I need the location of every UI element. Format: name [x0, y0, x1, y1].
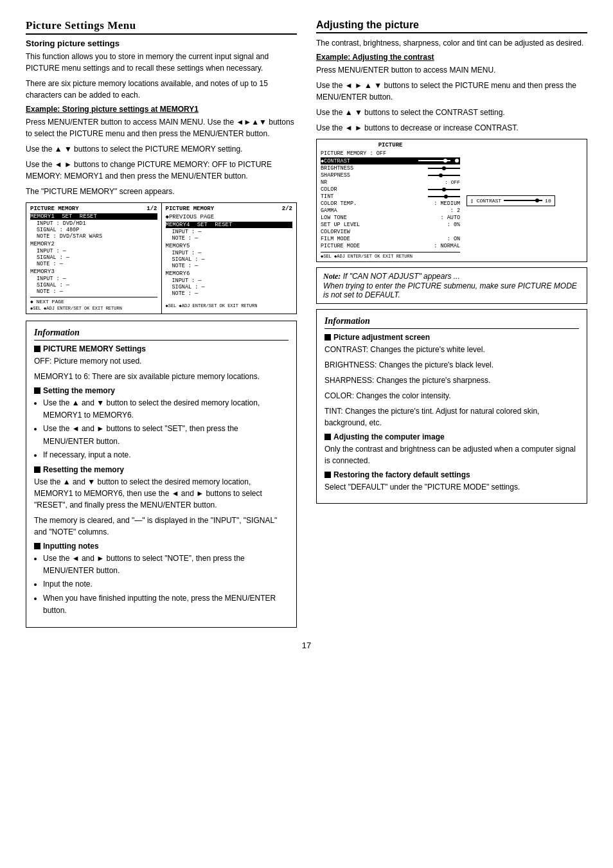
section-title: Picture Settings Menu [26, 19, 297, 35]
brightness-info: BRIGHTNESS: Changes the picture's black … [324, 359, 579, 371]
page-number: 17 [26, 641, 587, 650]
pm1-mem2-input: INPUT : — [30, 248, 157, 254]
pm2-prev: ◆PREVIOUS PAGE [166, 213, 293, 220]
setting-bullet1: Use the ▲ and ▼ button to select the des… [43, 397, 289, 421]
screen-footer: ◆SEL ◆ADJ ENTER/SET OK EXIT RETURN [321, 252, 460, 259]
svg-point-6 [439, 173, 443, 177]
info-box-left: Information PICTURE MEMORY Settings OFF:… [26, 321, 297, 628]
setting-list: Use the ▲ and ▼ button to select the des… [34, 397, 289, 461]
pm1-footer: ◆ NEXT PAGE [30, 297, 157, 305]
input-bullet2: Input the note. [43, 578, 289, 590]
pm1-page: 1/2 [147, 206, 157, 212]
contrast-row: ◆CONTRAST [321, 157, 460, 164]
picture-left: PICTURE PICTURE MEMORY : OFF ◆CONTRAST B… [321, 142, 460, 259]
example-line: Example: Storing picture settings at MEM… [26, 105, 297, 114]
adj-screen-title: Picture adjustment screen [324, 333, 579, 342]
picture-right: ‡ CONTRAST 10 [466, 142, 583, 259]
pm-half-2: PICTURE MEMORY 2/2 ◆PREVIOUS PAGE MEMORY… [162, 203, 297, 314]
right-column: Adjusting the picture The contrast, brig… [316, 19, 587, 628]
svg-point-10 [444, 195, 448, 199]
info-title-left: Information [34, 328, 289, 341]
pm2-mem4: MEMORY4 SET RESET [166, 222, 293, 228]
storing-title: Storing picture settings [26, 39, 297, 48]
note-box: Note: If "CAN NOT ADJUST" appears ... Wh… [316, 267, 587, 304]
black-square-icon7 [324, 472, 331, 478]
picture-mode-row: PICTURE MODE : NORMAL [321, 243, 460, 249]
use-arrow: Use the ◄ ► buttons to change PICTURE ME… [26, 159, 297, 182]
pm2-mem5-signal: SIGNAL : — [166, 256, 293, 263]
adj-para: The contrast, brightness, sharpness, col… [316, 37, 587, 49]
page-container: Picture Settings Menu Storing picture se… [26, 19, 587, 628]
right-press-line4: Use the ◄ ► buttons to decrease or incre… [316, 122, 587, 134]
pm1-mem3-input: INPUT : — [30, 276, 157, 282]
picture-memory-box: PICTURE MEMORY 1/2 MEMORY1 SET RESET INP… [26, 202, 297, 314]
svg-point-2 [455, 159, 459, 163]
setting-bullet3: If necessary, input a note. [43, 449, 289, 461]
setting-bullet2: Use the ◄ and ► buttons to select "SET",… [43, 423, 289, 447]
pm1-mem2: MEMORY2 [30, 241, 157, 247]
black-square-icon [34, 346, 40, 352]
low-tone-row: LOW TONE : AUTO [321, 215, 460, 221]
note-italic-text: If "CAN NOT ADJUST" appears ... [343, 272, 460, 281]
pm-memory-range: MEMORY1 to 6: There are six available pi… [34, 371, 289, 382]
black-square-icon2 [34, 387, 40, 394]
color-info: COLOR: Changes the color intensity. [324, 390, 579, 402]
pm1-title: PICTURE MEMORY [30, 206, 79, 212]
sharpness-row: SHARPNESS [321, 172, 460, 179]
picture-memory-screens: PICTURE MEMORY 1/2 MEMORY1 SET RESET INP… [26, 202, 297, 314]
right-press-line1: Press MENU/ENTER button to access MAIN M… [316, 64, 587, 76]
pm1-mem3-note: NOTE : — [30, 288, 157, 295]
gamma-row: GAMMA : 2 [321, 208, 460, 214]
right-press-line3: Use the ▲ ▼ buttons to select the CONTRA… [316, 107, 587, 118]
brightness-row: BRIGHTNESS [321, 165, 460, 172]
svg-point-8 [442, 188, 446, 191]
pm-header-2: PICTURE MEMORY 2/2 [166, 206, 293, 212]
setting-memory-title: Setting the memory [34, 386, 289, 395]
svg-rect-5 [428, 175, 460, 176]
sharpness-info: SHARPNESS: Changes the picture's sharpne… [324, 375, 579, 386]
input-list: Use the ◄ and ► buttons to select "NOTE"… [34, 553, 289, 617]
info-title-right: Information [324, 316, 579, 329]
pm2-mem5-note: NOTE : — [166, 263, 293, 269]
pm-off: OFF: Picture memory not used. [34, 355, 289, 367]
black-square-icon6 [324, 434, 331, 440]
picture-memory-row: PICTURE MEMORY : OFF [321, 150, 460, 157]
black-square-icon5 [324, 334, 331, 341]
color-temp-row: COLOR TEMP. : MEDIUM [321, 200, 460, 207]
note-bold: Note: [323, 272, 341, 281]
svg-point-1 [443, 159, 447, 163]
pm1-mem1-input: INPUT : DVD/HD1 [30, 220, 157, 227]
colorview-row: COLORVIEW [321, 229, 460, 235]
set-up-row: SET UP LEVEL : 0% [321, 222, 460, 228]
tint-row: TINT [321, 193, 460, 200]
adj-computer-title: Adjusting the computer image [324, 432, 579, 441]
black-square-icon3 [34, 466, 40, 473]
resetting-para: Use the ▲ and ▼ button to select the des… [34, 476, 289, 511]
nr-row: NR : OFF [321, 179, 460, 186]
pm2-mem5: MEMORY5 [166, 243, 293, 249]
black-square-icon4 [34, 543, 40, 549]
pm2-mem5-input: INPUT : — [166, 250, 293, 256]
storing-para1: This function allows you to store in mem… [26, 51, 297, 74]
screen-appears: The "PICTURE MEMORY" screen appears. [26, 186, 297, 197]
resetting-title: Resetting the memory [34, 465, 289, 474]
left-column: Picture Settings Menu Storing picture se… [26, 19, 297, 628]
adj-computer-para: Only the contrast and brightness can be … [324, 443, 579, 466]
input-bullet1: Use the ◄ and ► buttons to select "NOTE"… [43, 553, 289, 577]
note-italic2: When trying to enter the PICTURE submenu… [323, 281, 577, 299]
pm1-mem1-note: NOTE : DVD/STAR WARS [30, 233, 157, 240]
press-line: Press MENU/ENTER button to access MAIN M… [26, 116, 297, 139]
resetting-para2: The memory is cleared, and "—" is displa… [34, 515, 289, 538]
color-row: COLOR [321, 186, 460, 193]
contrast-info: CONTRAST: Changes the picture's white le… [324, 344, 579, 355]
restoring-para: Select "DEFAULT" under the "PICTURE MODE… [324, 481, 579, 493]
tint-info: TINT: Changes the picture's tint. Adjust… [324, 405, 579, 429]
use-triangle: Use the ▲ ▼ buttons to select the PICTUR… [26, 143, 297, 155]
pm1-mem3-signal: SIGNAL : — [30, 282, 157, 288]
pm1-mem2-signal: SIGNAL : — [30, 254, 157, 261]
pm-settings-title: PICTURE MEMORY Settings [34, 344, 289, 353]
pm2-mem6-input: INPUT : — [166, 278, 293, 284]
pm2-title: PICTURE MEMORY [166, 206, 215, 212]
pm1-mem2-note: NOTE : — [30, 261, 157, 267]
example-contrast: Example: Adjusting the contrast [316, 53, 587, 62]
